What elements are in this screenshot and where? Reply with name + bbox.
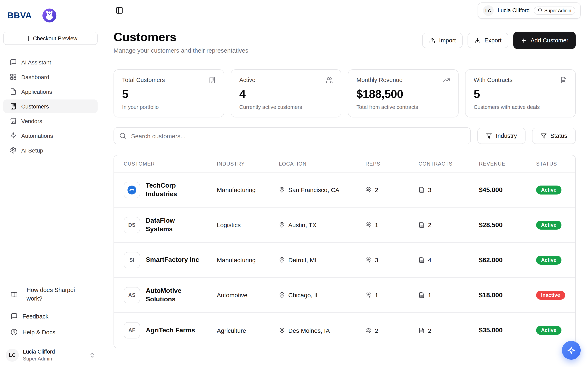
chat-fab-button[interactable]	[562, 341, 581, 360]
sparkles-icon	[567, 346, 576, 355]
customer-logo: AS	[124, 287, 140, 303]
users-icon	[365, 257, 372, 263]
sidebar-item-ai-assistant[interactable]: AI Assistant	[3, 55, 98, 69]
export-label: Export	[484, 37, 502, 44]
map-pin-icon	[279, 222, 285, 228]
customer-contracts: 2	[419, 221, 479, 228]
customer-revenue: $18,000	[479, 291, 536, 299]
industry-filter-button[interactable]: Industry	[477, 128, 526, 144]
file-text-icon	[419, 222, 425, 228]
download-icon	[475, 37, 481, 43]
stat-caption: Currently active customers	[239, 104, 333, 110]
trending-up-icon	[443, 77, 450, 83]
sidebar-item-automations[interactable]: Automations	[3, 129, 98, 142]
stat-label: Active	[239, 77, 255, 83]
customer-reps: 1	[365, 221, 419, 228]
sidebar-item-ai-setup[interactable]: AI Setup	[3, 143, 98, 157]
status-badge: Inactive	[536, 291, 565, 300]
import-button[interactable]: Import	[423, 33, 463, 48]
map-pin-icon	[279, 257, 285, 263]
users-icon	[365, 187, 372, 193]
role-badge: Super Admin	[534, 6, 575, 15]
stat-caption: Total from active contracts	[356, 104, 450, 110]
customer-contracts: 2	[419, 327, 479, 334]
search-box	[113, 127, 471, 144]
customer-contracts: 4	[419, 257, 479, 263]
sidebar-footer-feedback[interactable]: Feedback	[3, 309, 98, 323]
sidebar-footer-help-docs[interactable]: Help & Docs	[3, 325, 98, 339]
customer-industry: Automotive	[217, 292, 279, 299]
customer-logo: SI	[124, 252, 140, 268]
file-text-icon	[560, 77, 567, 83]
status-filter-label: Status	[550, 133, 567, 139]
sidebar-toggle-button[interactable]	[113, 5, 125, 16]
building-icon	[10, 103, 17, 110]
logo-row: BBVA	[0, 0, 101, 27]
sidebar-footer-how-does-sharpei-work[interactable]: How does Sharpei work?	[3, 282, 98, 307]
sidebar-item-dashboard[interactable]: Dashboard	[3, 70, 98, 83]
table-header: CUSTOMER INDUSTRY LOCATION REPS CONTRACT…	[114, 155, 575, 173]
table-row[interactable]: DS DataFlowSystems Logistics Austin, TX …	[114, 208, 575, 243]
customer-initials: AS	[128, 292, 136, 298]
map-pin-icon	[279, 327, 285, 333]
stat-label: Monthly Revenue	[356, 77, 403, 83]
search-row: Industry Status	[113, 127, 576, 144]
customer-industry: Manufacturing	[217, 257, 279, 263]
status-badge: Active	[536, 326, 561, 335]
users-icon	[365, 292, 372, 298]
customer-status: Active	[536, 326, 575, 335]
customer-status: Active	[536, 220, 575, 229]
customer-name: AgriTech Farms	[146, 326, 195, 334]
layout-grid-icon	[10, 73, 17, 80]
search-input[interactable]	[113, 127, 471, 144]
status-badge: Active	[536, 185, 561, 194]
stat-card-total-customers: Total Customers 5 In your portfolio	[113, 69, 224, 117]
status-filter-button[interactable]: Status	[532, 128, 576, 144]
customer-cell: AS AutoMotiveSolutions	[114, 286, 217, 303]
stat-value: $188,500	[356, 88, 450, 101]
sidebar-item-label: Automations	[21, 132, 53, 139]
topbar: LC Lucia Clifford Super Admin	[101, 0, 588, 21]
topbar-user-chip[interactable]: LC Lucia Clifford Super Admin	[477, 2, 581, 18]
map-pin-icon	[279, 292, 285, 298]
checkout-preview-button[interactable]: Checkout Preview	[3, 32, 98, 45]
col-customer: CUSTOMER	[114, 161, 217, 167]
customer-logo: DS	[124, 217, 140, 233]
table-row[interactable]: AF AgriTech Farms Agriculture Des Moines…	[114, 313, 575, 348]
sidebar-item-applications[interactable]: Applications	[3, 85, 98, 98]
panel-left-icon	[115, 7, 123, 14]
page-subtitle: Manage your customers and their represen…	[113, 47, 248, 54]
table-row[interactable]: AS AutoMotiveSolutions Automotive Chicag…	[114, 278, 575, 313]
role-badge-label: Super Admin	[544, 8, 571, 13]
sidebar-item-label: AI Setup	[21, 147, 43, 154]
file-text-icon	[419, 327, 425, 333]
customer-name: DataFlowSystems	[146, 216, 175, 233]
user-role: Super Admin	[23, 356, 85, 362]
export-button[interactable]: Export	[468, 33, 509, 48]
customer-cell: TechCorpIndustries	[114, 181, 217, 198]
customer-status: Active	[536, 256, 575, 264]
sidebar-item-vendors[interactable]: Vendors	[3, 114, 98, 128]
col-status: STATUS	[536, 161, 575, 167]
table-row[interactable]: SI SmartFactory Inc Manufacturing Detroi…	[114, 243, 575, 278]
customer-name: SmartFactory Inc	[146, 256, 199, 264]
stat-label: With Contracts	[474, 77, 512, 83]
customer-location: Austin, TX	[279, 221, 365, 228]
table-row[interactable]: TechCorpIndustries Manufacturing San Fra…	[114, 173, 575, 208]
file-text-icon	[419, 292, 425, 298]
stat-caption: Customers with active deals	[474, 104, 567, 110]
stat-card-active: Active 4 Currently active customers	[231, 69, 341, 117]
sidebar-user-menu[interactable]: LC Lucia Clifford Super Admin	[0, 343, 101, 367]
import-label: Import	[439, 37, 456, 44]
title-row: Customers Manage your customers and thei…	[113, 30, 576, 54]
sidebar-item-customers[interactable]: Customers	[3, 100, 98, 113]
file-icon	[10, 88, 17, 95]
stats-row: Total Customers 5 In your portfolio Acti…	[113, 69, 576, 117]
stat-label: Total Customers	[122, 77, 165, 83]
customers-table: CUSTOMER INDUSTRY LOCATION REPS CONTRACT…	[113, 155, 576, 348]
plus-icon	[521, 37, 527, 43]
add-customer-button[interactable]: Add Customer	[513, 32, 576, 49]
users-icon	[326, 77, 333, 83]
sidebar-item-label: Applications	[21, 88, 52, 95]
customer-location: Des Moines, IA	[279, 327, 365, 334]
